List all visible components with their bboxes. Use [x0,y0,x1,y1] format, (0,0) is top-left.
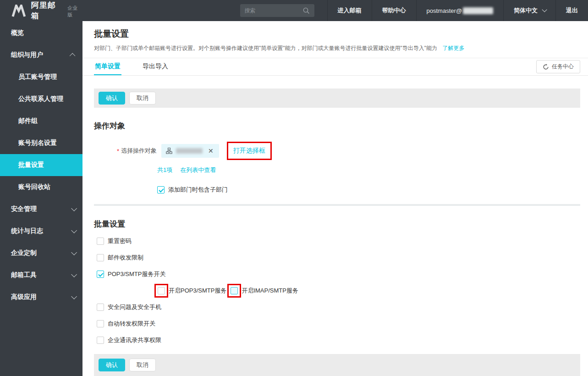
sidebar-item-mail-groups[interactable]: 邮件组 [0,110,82,132]
pop3-smtp-switch-checkbox[interactable] [97,271,104,278]
header-search-box[interactable] [240,4,314,17]
account-menu[interactable]: postmaster@ [416,0,504,21]
search-input[interactable] [245,7,302,14]
reset-password-checkbox[interactable] [97,238,104,245]
option-pop3-smtp-switch: POP3/SMTP服务开关 [97,270,580,279]
form-area: 确认 取消 操作对象 * 选择操作对象 [82,76,588,376]
required-asterisk: * [117,148,119,155]
page-description: 对部门、子部门或单个邮箱账号进行设置。对个别账号操作建议使用"简单设置"能力，对… [94,44,580,58]
sidebar-item-label: 统计与日志 [11,227,43,235]
brand-logo: 阿里邮箱 企业版 [0,0,82,21]
view-in-list-link[interactable]: 在列表中查看 [180,166,216,174]
option-mail-send-receive-limit: 邮件收发限制 [97,253,580,262]
task-center-button[interactable]: 任务中心 [536,60,580,73]
open-selector-link[interactable]: 打开选择框 [233,147,265,155]
sidebar-item-label: 企业定制 [11,249,37,257]
sidebar-item-label: 账号回收站 [18,183,50,191]
enable-imap-smtp-checkbox[interactable] [231,287,238,294]
confirm-button[interactable]: 确认 [99,359,125,371]
enter-mailbox-label: 进入邮箱 [338,6,362,15]
language-selector[interactable]: 简体中文 [503,0,555,21]
chevron-down-icon [71,227,77,233]
section-divider [94,204,580,206]
option-label: 安全问题及安全手机 [108,303,161,311]
sidebar-item-org-users[interactable]: 组织与用户 [0,44,82,66]
brand-edition-badge: 企业版 [67,5,82,18]
option-label: 重置密码 [108,237,132,245]
select-target-label: 选择操作对象 [121,147,157,155]
sidebar-item-label: 公共联系人管理 [18,95,63,103]
sidebar-item-advanced-apps[interactable]: 高级应用 [0,286,82,308]
sub-option-label: 开启IMAP/SMTP服务 [242,287,298,295]
option-reset-password: 重置密码 [97,237,580,246]
tab-simple-settings[interactable]: 简单设置 [94,58,121,75]
sidebar-item-label: 邮箱工具 [11,271,37,279]
sidebar-item-label: 组织与用户 [11,51,43,59]
page-header: 批量设置 对部门、子部门或单个邮箱账号进行设置。对个别账号操作建议使用"简单设置… [82,21,588,58]
mail-limit-checkbox[interactable] [97,254,104,261]
header-nav: 进入邮箱 帮助中心 postmaster@ 简体中文 退出 [327,0,588,21]
contacts-share-checkbox[interactable] [97,337,104,344]
sidebar-nav: 概览 组织与用户 员工账号管理 公共联系人管理 邮件组 账号别名设置 批量设置 [0,21,82,376]
help-center-link[interactable]: 帮助中心 [372,0,416,21]
sidebar-item-enterprise-customization[interactable]: 企业定制 [0,242,82,264]
sidebar-item-overview[interactable]: 概览 [0,22,82,44]
sub-option-imap: 开启IMAP/SMTP服务 [227,284,298,298]
batch-section-heading: 批量设置 [94,219,580,229]
sidebar-item-public-contacts[interactable]: 公共联系人管理 [0,88,82,110]
red-highlight-box [227,284,241,298]
selection-summary-row: 共1项 在列表中查看 [94,166,580,174]
auto-forward-checkbox[interactable] [97,320,104,327]
option-label: 企业通讯录共享权限 [108,336,161,344]
search-icon [302,7,310,14]
logout-button[interactable]: 退出 [555,0,588,21]
page-description-text: 对部门、子部门或单个邮箱账号进行设置。对个别账号操作建议使用"简单设置"能力，对… [94,45,437,51]
security-question-checkbox[interactable] [97,304,104,311]
confirm-button[interactable]: 确认 [99,92,125,105]
chevron-down-icon [71,205,77,211]
batch-options-list: 重置密码 邮件收发限制 POP3/SMTP服务开关 [94,237,580,345]
sidebar-item-label: 账号别名设置 [18,139,57,147]
logout-label: 退出 [566,6,578,15]
main-content: 批量设置 对部门、子部门或单个邮箱账号进行设置。对个别账号操作建议使用"简单设置… [82,21,588,376]
enter-mailbox-link[interactable]: 进入邮箱 [327,0,372,21]
target-section-heading: 操作对象 [94,121,580,131]
sub-option-pop3: 开启POP3/SMTP服务 [154,284,226,298]
item-count-link[interactable]: 共1项 [157,166,172,174]
option-security-question-phone: 安全问题及安全手机 [97,303,580,312]
sidebar-item-account-recycle-bin[interactable]: 账号回收站 [0,176,82,198]
account-address: postmaster@ [427,7,462,14]
tab-export-import[interactable]: 导出导入 [142,58,169,75]
include-sub-departments-checkbox[interactable] [157,186,165,194]
help-center-label: 帮助中心 [382,6,406,15]
sidebar-item-security-management[interactable]: 安全管理 [0,198,82,220]
pop3-imap-sub-options-row: 开启POP3/SMTP服务 开启IMAP/SMTP服务 [97,286,580,295]
page-title: 批量设置 [94,28,580,40]
brand-title: 阿里邮箱 [31,0,64,21]
chevron-down-icon [71,249,77,255]
sidebar-item-batch-settings[interactable]: 批量设置 [0,154,82,176]
include-sub-departments-label: 添加部门时包含子部门 [168,186,228,194]
task-center-label: 任务中心 [552,63,574,71]
top-header-bar: 阿里邮箱 企业版 进入邮箱 帮助中心 postmaster@ 简体中文 [0,0,588,21]
sidebar-item-stats-logs[interactable]: 统计与日志 [0,220,82,242]
chevron-down-icon [542,7,547,12]
selected-department-chip[interactable]: ✕ [161,144,219,158]
sidebar-item-employee-accounts[interactable]: 员工账号管理 [0,66,82,88]
learn-more-link[interactable]: 了解更多 [442,45,464,51]
option-label: 自动转发权限开关 [108,320,155,328]
tab-label: 导出导入 [143,62,168,71]
app-window: 阿里邮箱 企业版 进入邮箱 帮助中心 postmaster@ 简体中文 [0,0,588,376]
cancel-button[interactable]: 取消 [129,92,156,105]
sidebar-item-label: 邮件组 [18,117,38,125]
cancel-button[interactable]: 取消 [129,359,156,371]
enable-pop3-smtp-checkbox[interactable] [158,287,165,294]
bottom-action-bar: 确认 取消 [94,354,580,376]
red-highlight-box: 打开选择框 [227,142,272,160]
sidebar-item-mailbox-tools[interactable]: 邮箱工具 [0,264,82,286]
chevron-down-icon [71,271,77,277]
sidebar-item-label: 概览 [11,29,24,37]
sidebar-item-alias-settings[interactable]: 账号别名设置 [0,132,82,154]
chip-close-icon[interactable]: ✕ [207,147,214,155]
option-contacts-share-permission: 企业通讯录共享权限 [97,336,580,345]
